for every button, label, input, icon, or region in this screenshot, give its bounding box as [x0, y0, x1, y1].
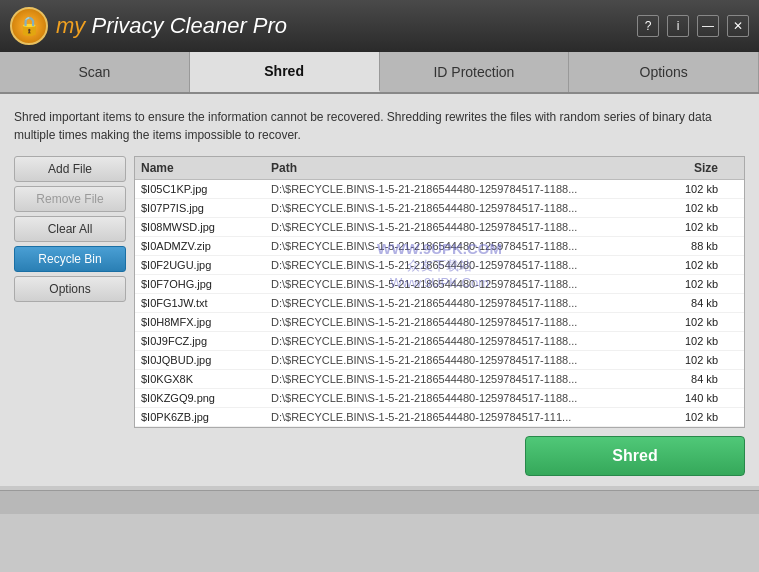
table-row[interactable]: $I0PK6ZB.jpg D:\$RECYCLE.BIN\S-1-5-21-21…	[135, 408, 744, 427]
file-size: 102 kb	[668, 221, 738, 233]
file-path: D:\$RECYCLE.BIN\S-1-5-21-2186544480-1259…	[271, 373, 668, 385]
table-row[interactable]: $I0JQBUD.jpg D:\$RECYCLE.BIN\S-1-5-21-21…	[135, 351, 744, 370]
recycle-bin-button[interactable]: Recycle Bin	[14, 246, 126, 272]
file-size: 140 kb	[668, 392, 738, 404]
file-name: $I0KGX8K	[141, 373, 271, 385]
app-title-my: my	[56, 13, 85, 38]
title-bar-controls: ? i — ✕	[637, 15, 749, 37]
shred-button[interactable]: Shred	[525, 436, 745, 476]
file-path: D:\$RECYCLE.BIN\S-1-5-21-2186544480-1259…	[271, 202, 668, 214]
table-row[interactable]: $I0F7OHG.jpg D:\$RECYCLE.BIN\S-1-5-21-21…	[135, 275, 744, 294]
content-panel: Add File Remove File Clear All Recycle B…	[14, 156, 745, 428]
options-button[interactable]: Options	[14, 276, 126, 302]
minimize-button[interactable]: —	[697, 15, 719, 37]
clear-all-button[interactable]: Clear All	[14, 216, 126, 242]
file-list-header: Name Path Size	[135, 157, 744, 180]
remove-file-button[interactable]: Remove File	[14, 186, 126, 212]
file-path: D:\$RECYCLE.BIN\S-1-5-21-2186544480-1259…	[271, 297, 668, 309]
file-name: $I0PK6ZB.jpg	[141, 411, 271, 423]
file-name: $I0JQBUD.jpg	[141, 354, 271, 366]
file-size: 102 kb	[668, 354, 738, 366]
file-name: $I0F7OHG.jpg	[141, 278, 271, 290]
app-title: my Privacy Cleaner Pro	[56, 13, 287, 39]
col-header-name: Name	[141, 161, 271, 175]
file-path: D:\$RECYCLE.BIN\S-1-5-21-2186544480-1259…	[271, 392, 668, 404]
col-header-path: Path	[271, 161, 668, 175]
app-title-main: Privacy Cleaner Pro	[91, 13, 287, 38]
file-name: $I08MWSD.jpg	[141, 221, 271, 233]
table-row[interactable]: $I0J9FCZ.jpg D:\$RECYCLE.BIN\S-1-5-21-21…	[135, 332, 744, 351]
tab-bar: Scan Shred ID Protection Options	[0, 52, 759, 94]
table-row[interactable]: $I0KZGQ9.png D:\$RECYCLE.BIN\S-1-5-21-21…	[135, 389, 744, 408]
file-path: D:\$RECYCLE.BIN\S-1-5-21-2186544480-1259…	[271, 354, 668, 366]
col-header-size: Size	[668, 161, 738, 175]
file-size: 102 kb	[668, 278, 738, 290]
title-bar: 🔒 my Privacy Cleaner Pro ? i — ✕	[0, 0, 759, 52]
file-name: $I0ADMZV.zip	[141, 240, 271, 252]
file-path: D:\$RECYCLE.BIN\S-1-5-21-2186544480-1259…	[271, 240, 668, 252]
lock-icon: 🔒	[18, 15, 40, 37]
bottom-area: Shred	[14, 428, 745, 476]
file-name: $I0J9FCZ.jpg	[141, 335, 271, 347]
file-path: D:\$RECYCLE.BIN\S-1-5-21-2186544480-1259…	[271, 411, 668, 423]
tab-shred[interactable]: Shred	[190, 52, 380, 92]
logo-area: 🔒 my Privacy Cleaner Pro	[10, 7, 287, 45]
table-row[interactable]: $I05C1KP.jpg D:\$RECYCLE.BIN\S-1-5-21-21…	[135, 180, 744, 199]
status-bar	[0, 490, 759, 514]
file-size: 102 kb	[668, 411, 738, 423]
file-size: 102 kb	[668, 335, 738, 347]
table-row[interactable]: $I0F2UGU.jpg D:\$RECYCLE.BIN\S-1-5-21-21…	[135, 256, 744, 275]
file-size: 102 kb	[668, 259, 738, 271]
file-size: 84 kb	[668, 373, 738, 385]
file-name: $I0FG1JW.txt	[141, 297, 271, 309]
file-list-container: Name Path Size $I05C1KP.jpg D:\$RECYCLE.…	[134, 156, 745, 428]
add-file-button[interactable]: Add File	[14, 156, 126, 182]
table-row[interactable]: $I0ADMZV.zip D:\$RECYCLE.BIN\S-1-5-21-21…	[135, 237, 744, 256]
tab-options[interactable]: Options	[569, 52, 759, 92]
file-path: D:\$RECYCLE.BIN\S-1-5-21-2186544480-1259…	[271, 335, 668, 347]
file-name: $I0H8MFX.jpg	[141, 316, 271, 328]
file-path: D:\$RECYCLE.BIN\S-1-5-21-2186544480-1259…	[271, 221, 668, 233]
table-row[interactable]: $I07P7IS.jpg D:\$RECYCLE.BIN\S-1-5-21-21…	[135, 199, 744, 218]
file-name: $I05C1KP.jpg	[141, 183, 271, 195]
file-size: 102 kb	[668, 316, 738, 328]
tab-scan[interactable]: Scan	[0, 52, 190, 92]
file-list[interactable]: $I05C1KP.jpg D:\$RECYCLE.BIN\S-1-5-21-21…	[135, 180, 744, 427]
main-content: Shred important items to ensure the info…	[0, 94, 759, 486]
tab-id-protection[interactable]: ID Protection	[380, 52, 570, 92]
app-logo-icon: 🔒	[10, 7, 48, 45]
table-row[interactable]: $I0H8MFX.jpg D:\$RECYCLE.BIN\S-1-5-21-21…	[135, 313, 744, 332]
sidebar-buttons: Add File Remove File Clear All Recycle B…	[14, 156, 134, 428]
info-button[interactable]: i	[667, 15, 689, 37]
file-name: $I0F2UGU.jpg	[141, 259, 271, 271]
table-row[interactable]: $I0FG1JW.txt D:\$RECYCLE.BIN\S-1-5-21-21…	[135, 294, 744, 313]
file-path: D:\$RECYCLE.BIN\S-1-5-21-2186544480-1259…	[271, 183, 668, 195]
description-text: Shred important items to ensure the info…	[14, 108, 745, 144]
table-row[interactable]: $I08MWSD.jpg D:\$RECYCLE.BIN\S-1-5-21-21…	[135, 218, 744, 237]
file-size: 84 kb	[668, 297, 738, 309]
file-name: $I0KZGQ9.png	[141, 392, 271, 404]
close-button[interactable]: ✕	[727, 15, 749, 37]
file-size: 88 kb	[668, 240, 738, 252]
file-size: 102 kb	[668, 202, 738, 214]
file-path: D:\$RECYCLE.BIN\S-1-5-21-2186544480-1259…	[271, 316, 668, 328]
help-button[interactable]: ?	[637, 15, 659, 37]
file-path: D:\$RECYCLE.BIN\S-1-5-21-2186544480-1259…	[271, 278, 668, 290]
table-row[interactable]: $I0KGX8K D:\$RECYCLE.BIN\S-1-5-21-218654…	[135, 370, 744, 389]
file-size: 102 kb	[668, 183, 738, 195]
file-name: $I07P7IS.jpg	[141, 202, 271, 214]
file-path: D:\$RECYCLE.BIN\S-1-5-21-2186544480-1259…	[271, 259, 668, 271]
